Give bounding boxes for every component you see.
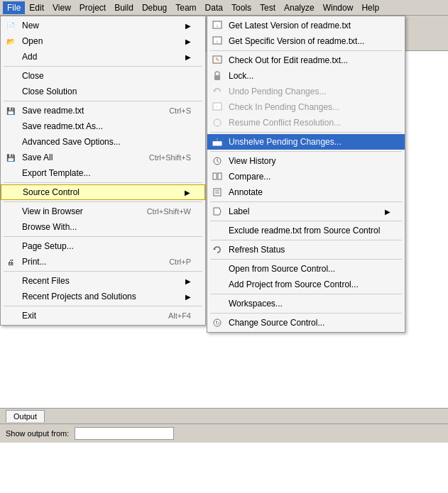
compare-icon <box>212 171 223 182</box>
output-tab[interactable]: Output <box>6 410 45 422</box>
sc-history[interactable]: View History <box>207 153 405 169</box>
menu-item-page-setup[interactable]: Page Setup... <box>1 238 205 254</box>
open-from-icon <box>212 263 223 275</box>
sc-sep-2 <box>210 132 402 133</box>
sc-resume[interactable]: Resume Conflict Resolution... <box>207 115 405 131</box>
save-as-icon <box>5 121 16 132</box>
arrow-icon-rp: ▶ <box>185 293 191 301</box>
change-icon: ↻ <box>212 317 223 328</box>
menu-build[interactable]: Build <box>110 1 138 14</box>
sc-label[interactable]: Label ▶ <box>207 204 405 219</box>
refresh-icon <box>212 244 223 255</box>
menu-item-view-browser[interactable]: View in Browser Ctrl+Shift+W <box>1 204 205 219</box>
lock-icon <box>212 70 223 82</box>
submenu: ↓ Get Latest Version of readme.txt ↓ Get… <box>207 16 405 333</box>
output-tab-label: Output <box>13 412 37 421</box>
sep-5 <box>4 236 202 237</box>
workspaces-icon <box>212 298 223 309</box>
sc-annotate[interactable]: Annotate <box>207 184 405 200</box>
sc-compare[interactable]: Compare... <box>207 169 405 184</box>
menu-help[interactable]: Help <box>357 1 383 14</box>
menu-edit[interactable]: Edit <box>25 1 48 14</box>
output-source-input[interactable] <box>75 427 174 440</box>
menu-item-browse-with[interactable]: Browse With... <box>1 219 205 235</box>
menu-item-adv-save[interactable]: Advanced Save Options... <box>1 134 205 150</box>
menu-file[interactable]: File <box>3 1 25 14</box>
add-project-icon <box>212 279 223 290</box>
unshelve-icon: ↑ <box>212 136 223 148</box>
close-doc-icon <box>5 70 16 82</box>
menu-item-close[interactable]: Close <box>1 68 205 84</box>
menu-debug[interactable]: Debug <box>138 1 171 14</box>
menu-item-open[interactable]: 📂 Open ▶ <box>1 33 205 49</box>
svg-rect-19 <box>214 189 221 196</box>
menu-item-save[interactable]: 💾 Save readme.txt Ctrl+S <box>1 103 205 118</box>
file-menu-dropdown: 📄 New ▶ 📂 Open ▶ Add ▶ Close Close Solut… <box>0 16 206 326</box>
sc-lock[interactable]: Lock... <box>207 68 405 84</box>
sc-checkin[interactable]: ↑ Check In Pending Changes... <box>207 99 405 115</box>
menu-tools[interactable]: Tools <box>227 1 256 14</box>
sc-open-from[interactable]: Open from Source Control... <box>207 261 405 277</box>
page-setup-icon <box>5 240 16 252</box>
svg-rect-17 <box>213 173 217 179</box>
print-icon: 🖨 <box>5 256 16 267</box>
svg-text:↻: ↻ <box>215 320 220 326</box>
menu-item-export[interactable]: Export Template... <box>1 165 205 181</box>
sc-sep-5 <box>210 221 402 221</box>
sc-checkout[interactable]: ✎ Check Out for Edit readme.txt... <box>207 52 405 68</box>
menu-item-close-solution[interactable]: Close Solution <box>1 84 205 99</box>
svg-rect-18 <box>218 173 222 179</box>
menu-item-recent-files[interactable]: Recent Files ▶ <box>1 273 205 289</box>
adv-save-icon <box>5 136 16 148</box>
menu-bar: File Edit View Project Build Debug Team … <box>0 0 448 16</box>
menu-test[interactable]: Test <box>256 1 280 14</box>
label-icon <box>212 206 223 217</box>
menu-item-source-control[interactable]: Source Control ▶ <box>1 184 205 200</box>
menu-window[interactable]: Window <box>319 1 358 14</box>
sc-add-project[interactable]: Add Project from Source Control... <box>207 277 405 292</box>
menu-team[interactable]: Team <box>171 1 200 14</box>
sc-sep-1 <box>210 50 402 51</box>
save-file-icon: 💾 <box>5 105 16 116</box>
menu-item-recent-projects[interactable]: Recent Projects and Solutions ▶ <box>1 289 205 304</box>
arrow-icon-add: ▶ <box>185 53 191 61</box>
source-control-submenu: ↓ Get Latest Version of readme.txt ↓ Get… <box>207 16 405 333</box>
sc-change[interactable]: ↻ Change Source Control... <box>207 315 405 331</box>
arrow-icon-rf: ▶ <box>185 277 191 285</box>
sc-refresh[interactable]: Refresh Status <box>207 242 405 257</box>
menu-item-save-as[interactable]: Save readme.txt As... <box>1 118 205 134</box>
svg-point-10 <box>214 119 221 126</box>
browser-icon <box>5 206 16 217</box>
menu-item-print[interactable]: 🖨 Print... Ctrl+P <box>1 254 205 270</box>
arrow-label: ▶ <box>385 208 390 216</box>
menu-item-add[interactable]: Add ▶ <box>1 49 205 65</box>
svg-text:✎: ✎ <box>215 57 220 63</box>
sc-sep-3 <box>210 151 402 152</box>
sep-2 <box>4 101 202 101</box>
menu-analyze[interactable]: Analyze <box>280 1 319 14</box>
arrow-icon-sc: ▶ <box>185 189 190 196</box>
output-header: Output <box>0 409 448 424</box>
resume-icon <box>212 117 223 128</box>
svg-text:↑: ↑ <box>216 137 219 142</box>
menu-item-exit[interactable]: Exit Alt+F4 <box>1 308 205 323</box>
history-icon <box>212 155 223 167</box>
close-solution-icon <box>5 86 16 97</box>
menu-item-save-all[interactable]: 💾 Save All Ctrl+Shift+S <box>1 150 205 165</box>
file-menu: 📄 New ▶ 📂 Open ▶ Add ▶ Close Close Solut… <box>0 16 206 326</box>
exit-icon <box>5 310 16 321</box>
sc-get-latest[interactable]: ↓ Get Latest Version of readme.txt <box>207 18 405 33</box>
arrow-icon-new: ▶ <box>185 22 191 30</box>
get-specific-icon: ↓ <box>212 35 223 47</box>
sc-workspaces[interactable]: Workspaces... <box>207 296 405 311</box>
sc-undo[interactable]: Undo Pending Changes... <box>207 84 405 99</box>
menu-view[interactable]: View <box>48 1 75 14</box>
menu-project[interactable]: Project <box>75 1 110 14</box>
menu-data[interactable]: Data <box>201 1 227 14</box>
sep-4 <box>4 201 202 202</box>
sc-unshelve[interactable]: ↑ Unshelve Pending Changes... <box>207 134 405 150</box>
sc-exclude[interactable]: Exclude readme.txt from Source Control <box>207 223 405 238</box>
sc-get-specific[interactable]: ↓ Get Specific Version of readme.txt... <box>207 33 405 49</box>
menu-item-new[interactable]: 📄 New ▶ <box>1 18 205 33</box>
sc-sep-9 <box>210 313 402 314</box>
